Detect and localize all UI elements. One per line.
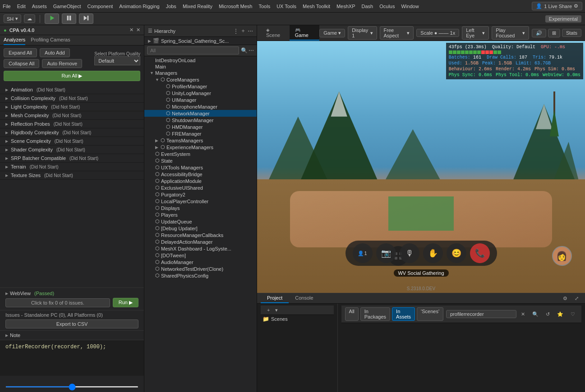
- platform-dropdown[interactable]: Default: [94, 56, 140, 65]
- tree-item-main[interactable]: Main: [144, 64, 257, 70]
- tree-item-debugupdater[interactable]: ⬡ [Debug Updater]: [144, 225, 257, 232]
- search-all-tag[interactable]: All: [345, 307, 359, 321]
- list-item[interactable]: ▶ Texture Sizes (Did Not Start): [0, 171, 144, 180]
- menu-ux-tools[interactable]: UX Tools: [276, 4, 296, 9]
- hud-emoji-button[interactable]: 😊: [447, 243, 466, 263]
- run-all-button[interactable]: Run All ▶: [4, 71, 140, 81]
- collapse-all-button[interactable]: Collapse All: [4, 59, 39, 68]
- save-search-button[interactable]: ⭐: [554, 310, 566, 318]
- platform-quality-select[interactable]: Select Platform Quality Default: [94, 51, 140, 65]
- menu-mixed-reality[interactable]: Mixed Reality: [183, 4, 212, 9]
- tree-item-exclusiveui[interactable]: ⬡ ExclusiveUIShared: [144, 184, 257, 191]
- tab-project[interactable]: Project: [261, 293, 289, 303]
- fix-issues-button[interactable]: Click to fix 0 of 0 issues.: [5, 298, 110, 307]
- hud-mic-button[interactable]: 🎙: [400, 243, 419, 263]
- export-csv-button[interactable]: Export to CSV: [5, 319, 138, 328]
- search-icon-button[interactable]: 🔍: [530, 310, 541, 318]
- tree-item-sharedphysics[interactable]: ⬡ SharedPhysicsConfig: [144, 272, 257, 279]
- eye-dropdown[interactable]: Left Eye ▾: [462, 26, 489, 40]
- hierarchy-menu-button[interactable]: ⋮: [233, 27, 239, 35]
- menu-tools[interactable]: Tools: [258, 4, 270, 9]
- cpa-close-icon[interactable]: ✕: [129, 27, 134, 33]
- expand-all-button[interactable]: Expand All: [4, 48, 37, 57]
- run-button[interactable]: Run ▶: [113, 298, 138, 307]
- list-item[interactable]: ▶ Shader Complexity (Did Not Start): [0, 146, 144, 154]
- search-scenes-tag[interactable]: 'Scenes': [417, 307, 443, 321]
- tree-item-microphonemgr[interactable]: ⬡ MicrophoneManager: [144, 103, 257, 110]
- tree-item-profilermgr[interactable]: ⬡ ProfilerManager: [144, 83, 257, 90]
- menu-jobs[interactable]: Jobs: [166, 4, 176, 9]
- refresh-button[interactable]: ↺: [543, 310, 553, 318]
- tree-item-updatequeue[interactable]: ⬡ UpdateQueue: [144, 218, 257, 225]
- play-focused-dropdown[interactable]: Play Focused ▾: [492, 26, 529, 40]
- cpa-close2-icon[interactable]: ✕: [136, 27, 140, 33]
- auto-remove-button[interactable]: Auto Remove: [42, 59, 82, 68]
- list-item[interactable]: ▶ Terrain (Did Not Start): [0, 163, 144, 171]
- search-assets-tag[interactable]: In Assets: [392, 307, 415, 321]
- tree-item-introdestroyonload[interactable]: IntDestroyOnLoad: [144, 57, 257, 64]
- tree-item-networkedtest[interactable]: ⬡ NetworkedTestDriver(Clone): [144, 265, 257, 272]
- add-button[interactable]: +: [264, 306, 272, 314]
- menu-component[interactable]: Component: [87, 4, 113, 9]
- menu-dash[interactable]: Dash: [362, 4, 373, 9]
- user-avatar[interactable]: 👩: [552, 246, 572, 266]
- menu-meshxp[interactable]: MeshXP: [336, 4, 355, 9]
- scale-control[interactable]: Scale ● —— 1x: [416, 29, 459, 37]
- tab-scene[interactable]: ◈ Scene: [261, 25, 290, 41]
- hud-leave-button[interactable]: 📞: [470, 243, 490, 263]
- sh-dropdown[interactable]: SH ▾: [4, 14, 21, 23]
- hierarchy-add-button[interactable]: ＋: [240, 27, 246, 35]
- tree-item-managers[interactable]: ▼ Managers: [144, 70, 257, 76]
- scenes-folder[interactable]: 📁 Scenes: [261, 315, 334, 323]
- list-item[interactable]: ▶ Light Complexity (Did Not Start): [0, 103, 144, 111]
- tree-item-networkmgr[interactable]: ⬡ NetworkManager: [144, 110, 257, 117]
- hierarchy-search-input[interactable]: [147, 46, 239, 55]
- pause-button[interactable]: [62, 14, 76, 24]
- tree-item-resourcecb[interactable]: ⬡ ResourceManagerCallbacks: [144, 232, 257, 238]
- tab-console[interactable]: Console: [289, 293, 319, 303]
- menu-window[interactable]: Window: [401, 4, 419, 9]
- tree-item-localplayer[interactable]: ⬡ LocalPlayerController: [144, 198, 257, 205]
- tree-item-fremgr[interactable]: ⬡ FREManager: [144, 130, 257, 137]
- bottom-resize-icon[interactable]: ⤢: [572, 295, 581, 302]
- liveshare-button[interactable]: 👤 1 Live Share ⚙: [532, 2, 582, 10]
- menu-file[interactable]: File: [3, 4, 11, 9]
- search-clear-button[interactable]: ✕: [518, 310, 528, 318]
- tree-item-uimgr[interactable]: ⬡ UIManager: [144, 96, 257, 103]
- tree-item-state[interactable]: ⬡ State: [144, 157, 257, 164]
- tree-item-unityloglmgr[interactable]: ⬡ UnityLogManager: [144, 90, 257, 96]
- search-packages-tag[interactable]: In Packages: [360, 307, 390, 321]
- menu-edit[interactable]: Edit: [17, 4, 26, 9]
- game-dropdown[interactable]: Game ▾: [319, 29, 345, 37]
- list-item[interactable]: ▶ Mesh Complexity (Did Not Start): [0, 111, 144, 120]
- tree-item-uxtools[interactable]: ⬡ UXTools Managers: [144, 164, 257, 171]
- hud-user-button[interactable]: 👤1: [353, 243, 373, 263]
- stats-button[interactable]: Stats: [562, 29, 581, 37]
- list-item[interactable]: ▶ Reflection Probes (Did Not Start): [0, 120, 144, 128]
- tree-item-teamsmgr[interactable]: ▶ ⬡ TeamsManagers: [144, 137, 257, 144]
- tree-item-coremanagers[interactable]: ▼ ⬡ CoreManagers: [144, 76, 257, 83]
- audio-button[interactable]: 🔊: [532, 29, 546, 37]
- menu-assets[interactable]: Assets: [32, 4, 47, 9]
- list-item[interactable]: ▶ Animation (Did Not Start): [0, 86, 144, 94]
- tree-item-purgatory[interactable]: ⬡ Purgatory2: [144, 191, 257, 198]
- list-item[interactable]: ▶ Scene Complexity (Did Not Start): [0, 137, 144, 146]
- bottom-settings-icon[interactable]: ⚙: [560, 295, 570, 302]
- search-icon-btn[interactable]: 🔍: [241, 47, 248, 54]
- menu-gameobject[interactable]: GameObject: [53, 4, 81, 9]
- tree-item-accessibility[interactable]: ⬡ AccessibilityBridge: [144, 171, 257, 178]
- menu-mesh-toolkit[interactable]: Mesh Toolkit: [303, 4, 330, 9]
- menu-animation-rigging[interactable]: Animation Rigging: [119, 4, 159, 9]
- tree-item-appmodule[interactable]: ⬡ ApplicationModule: [144, 178, 257, 184]
- hud-camera-button[interactable]: 📷: [376, 243, 396, 263]
- tree-item-players[interactable]: ⬡ Players: [144, 211, 257, 218]
- play-button[interactable]: [45, 14, 59, 24]
- tree-item-audiomgr[interactable]: ⬡ AudioManager: [144, 259, 257, 265]
- menu-microsoft-mesh[interactable]: Microsoft Mesh: [219, 4, 253, 9]
- cloud-button[interactable]: ☁: [24, 14, 35, 23]
- list-item[interactable]: ▶ SRP Batcher Compatible (Did Not Start): [0, 154, 144, 163]
- slider[interactable]: [5, 386, 138, 387]
- tree-item-shutdownmgr[interactable]: ⬡ ShutdownManager: [144, 117, 257, 123]
- tab-game[interactable]: 🎮 Game: [290, 25, 319, 41]
- tab-analyzers[interactable]: Analyzers: [4, 35, 25, 45]
